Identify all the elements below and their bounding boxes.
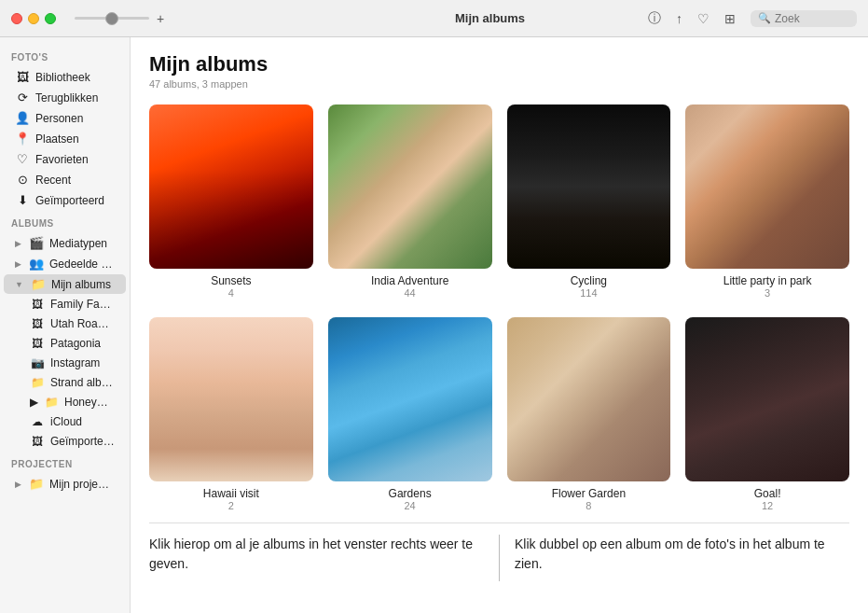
sidebar-label-plaatsen: Plaatsen (35, 132, 79, 146)
gedeelde-chevron-icon: ▶ (15, 259, 21, 269)
sidebar-label-mediatypen: Mediatypen (49, 237, 107, 250)
fullscreen-button[interactable] (45, 13, 56, 24)
instagram-album-icon: 📷 (30, 356, 45, 369)
sidebar-sub-label-geimporteerd2: Geïmporteerd (50, 435, 115, 448)
titlebar-actions: ⓘ ↑ ♡ ⊞ 🔍 (648, 10, 857, 27)
sidebar-item-mijn-projecten[interactable]: ▶ 📁 Mijn projecten (4, 474, 126, 494)
heart-icon[interactable]: ♡ (697, 11, 710, 26)
mediatypen-icon: 🎬 (29, 236, 44, 250)
album-item-hawaii[interactable]: Hawaii visit 2 (149, 317, 313, 511)
sidebar-sub-item-utah[interactable]: 🖼 Utah Roadtrip (4, 314, 126, 333)
zoom-slider-container: + (75, 11, 164, 26)
album-count-party: 3 (765, 287, 770, 299)
search-icon: 🔍 (758, 12, 771, 24)
album-thumb-hawaii (149, 317, 313, 481)
album-thumb-goal (685, 317, 849, 481)
album-item-flower[interactable]: Flower Garden 8 (507, 317, 671, 511)
honeymoon-album-icon: 📁 (44, 396, 59, 409)
geimporteerd-icon: ⬇ (15, 193, 30, 207)
album-count-hawaii: 2 (228, 500, 234, 511)
sidebar-label-gedeelde: Gedeelde albums (49, 258, 115, 271)
sidebar: Foto's 🖼 Bibliotheek ⟳ Terugblikken 👤 Pe… (0, 37, 131, 613)
sidebar-label-bibliotheek: Bibliotheek (35, 71, 90, 84)
recent-icon: ⊙ (15, 173, 30, 187)
album-count-india: 44 (405, 287, 416, 299)
plaatsen-icon: 📍 (15, 132, 30, 146)
annotation-left: Klik hierop om al je albums in het venst… (149, 535, 500, 581)
share-icon[interactable]: ↑ (676, 11, 682, 26)
sidebar-item-plaatsen[interactable]: 📍 Plaatsen (4, 129, 126, 148)
mijn-projecten-chevron-icon: ▶ (15, 480, 21, 489)
album-count-cycling: 114 (580, 287, 597, 299)
sidebar-item-gedeelde[interactable]: ▶ 👥 Gedeelde albums (4, 254, 126, 273)
patagonia-album-icon: 🖼 (30, 337, 45, 350)
sidebar-label-terugblikken: Terugblikken (35, 91, 98, 104)
sidebar-sub-item-strand[interactable]: 📁 Strand album (4, 373, 126, 392)
album-name-party: Little party in park (723, 274, 812, 287)
album-item-sunsets[interactable]: Sunsets 4 (149, 104, 313, 299)
sidebar-item-mediatypen[interactable]: ▶ 🎬 Mediatypen (4, 233, 126, 253)
sidebar-item-mijn-albums[interactable]: ▼ 📁 Mijn albums (4, 274, 126, 294)
sidebar-sub-item-honeymoon[interactable]: ▶ 📁 Honeymoon (4, 393, 126, 411)
album-count-flower: 8 (586, 500, 591, 511)
projecten-section-label: Projecten (0, 452, 130, 473)
favorieten-icon: ♡ (15, 152, 30, 166)
sidebar-sub-item-icloud[interactable]: ☁ iCloud (4, 412, 126, 431)
minimize-button[interactable] (28, 13, 39, 24)
honeymoon-chevron-icon: ▶ (30, 396, 38, 409)
album-count-goal: 12 (762, 500, 773, 511)
album-item-cycling[interactable]: Cycling 114 (507, 104, 671, 299)
mijn-albums-chevron-icon: ▼ (15, 280, 23, 289)
sidebar-sub-item-instagram[interactable]: 📷 Instagram (4, 354, 126, 372)
sidebar-sub-label-icloud: iCloud (50, 415, 82, 428)
album-name-hawaii: Hawaii visit (203, 487, 259, 500)
sidebar-sub-label-patagonia: Patagonia (50, 337, 101, 350)
album-name-sunsets: Sunsets (211, 274, 251, 287)
sidebar-item-favorieten[interactable]: ♡ Favorieten (4, 149, 126, 169)
close-button[interactable] (11, 13, 22, 24)
album-name-flower: Flower Garden (552, 487, 626, 500)
album-item-goal[interactable]: Goal! 12 (685, 317, 849, 511)
mediatypen-chevron-icon: ▶ (15, 239, 21, 248)
annotation-right: Klik dubbel op een album om de foto's in… (500, 535, 849, 581)
album-item-party[interactable]: Little party in park 3 (685, 104, 849, 299)
sidebar-sub-item-patagonia[interactable]: 🖼 Patagonia (4, 334, 126, 353)
zoom-plus-icon[interactable]: + (157, 11, 164, 26)
annotations: Klik hierop om al je albums in het venst… (149, 522, 849, 581)
gedeelde-icon: 👥 (29, 257, 44, 271)
album-item-india[interactable]: India Adventure 44 (328, 104, 492, 299)
album-name-goal: Goal! (754, 487, 781, 500)
icloud-album-icon: ☁ (30, 415, 45, 428)
search-input[interactable] (775, 12, 849, 25)
add-icon[interactable]: ⊞ (724, 11, 736, 26)
sidebar-item-recent[interactable]: ⊙ Recent (4, 170, 126, 189)
album-count-sunsets: 4 (228, 287, 234, 299)
sidebar-item-terugblikken[interactable]: ⟳ Terugblikken (4, 88, 126, 107)
page-title: Mijn albums (149, 52, 849, 77)
search-container[interactable]: 🔍 (751, 10, 857, 27)
titlebar: + Mijn albums ⓘ ↑ ♡ ⊞ 🔍 (0, 0, 868, 37)
sidebar-label-recent: Recent (35, 174, 71, 187)
album-thumb-party (685, 104, 849, 269)
family-album-icon: 🖼 (30, 298, 45, 311)
sidebar-sub-item-family[interactable]: 🖼 Family Family... (4, 295, 126, 313)
album-item-gardens[interactable]: Gardens 24 (328, 317, 492, 511)
projecten-icon: 📁 (29, 477, 44, 491)
sidebar-sub-label-strand: Strand album (50, 376, 115, 389)
zoom-slider-thumb[interactable] (105, 12, 118, 25)
zoom-slider-track[interactable] (75, 17, 149, 20)
sidebar-item-personen[interactable]: 👤 Personen (4, 108, 126, 128)
sidebar-sub-label-honeymoon: Honeymoon (64, 396, 115, 409)
album-thumb-flower (507, 317, 671, 481)
main-layout: Foto's 🖼 Bibliotheek ⟳ Terugblikken 👤 Pe… (0, 37, 868, 613)
sidebar-sub-item-geimporteerd2[interactable]: 🖼 Geïmporteerd (4, 432, 126, 451)
sidebar-item-bibliotheek[interactable]: 🖼 Bibliotheek (4, 67, 126, 87)
album-grid: Sunsets 4 India Adventure 44 Cycling 114… (149, 104, 849, 511)
info-icon[interactable]: ⓘ (648, 10, 661, 27)
album-name-india: India Adventure (371, 274, 448, 287)
sidebar-sub-label-instagram: Instagram (50, 356, 100, 369)
terugblikken-icon: ⟳ (15, 91, 30, 104)
sidebar-label-favorieten: Favorieten (35, 153, 89, 166)
sidebar-item-geimporteerd[interactable]: ⬇ Geïmporteerd (4, 190, 126, 210)
utah-album-icon: 🖼 (30, 317, 45, 330)
